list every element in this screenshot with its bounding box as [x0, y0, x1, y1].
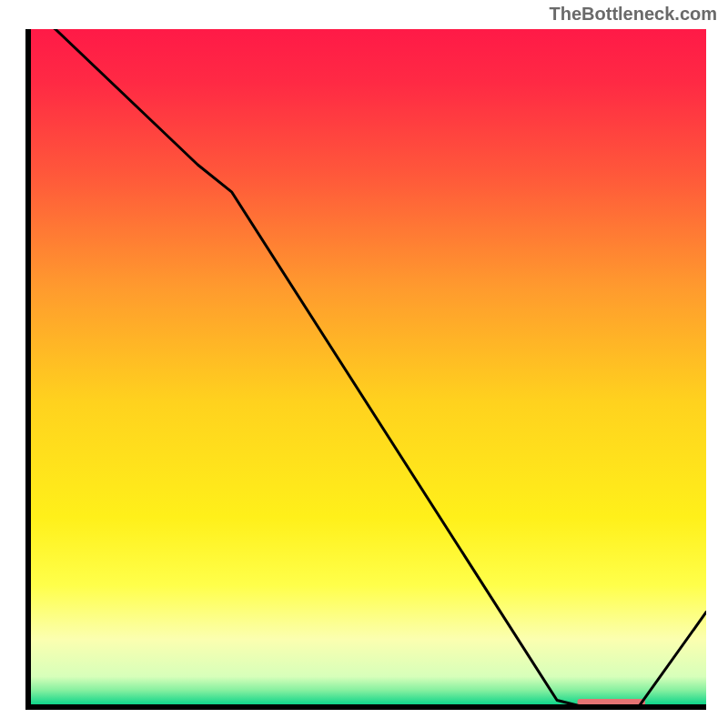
chart-background — [28, 29, 706, 707]
attribution-label: TheBottleneck.com — [550, 4, 717, 25]
bottleneck-chart — [25, 29, 706, 710]
